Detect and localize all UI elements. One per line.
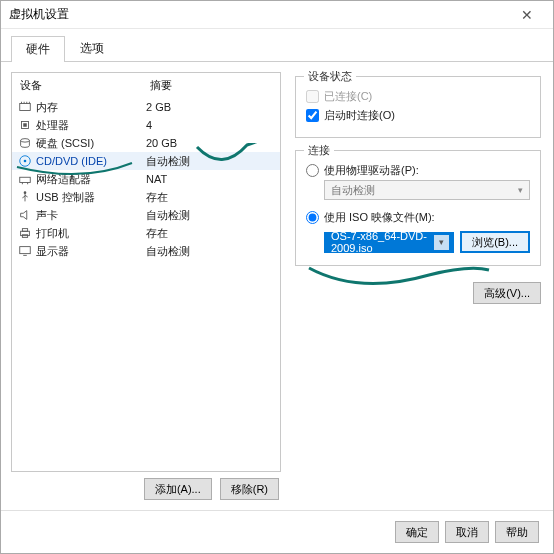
- connection-group: 连接 使用物理驱动器(P): 自动检测 ▾ 使用 ISO 映像文件(M):: [295, 150, 541, 266]
- hw-summary: 20 GB: [146, 137, 276, 149]
- browse-button[interactable]: 浏览(B)...: [460, 231, 530, 253]
- hw-usb[interactable]: USB 控制器 存在: [12, 188, 280, 206]
- chevron-down-icon[interactable]: ▾: [434, 235, 449, 250]
- close-button[interactable]: ✕: [509, 1, 545, 29]
- dialog-body: 设备 摘要 内存 2 GB 处理器 4 硬盘 (SCSI) 20 GB: [1, 62, 553, 510]
- svg-point-7: [21, 139, 30, 143]
- add-button[interactable]: 添加(A)...: [144, 478, 212, 500]
- svg-rect-10: [20, 177, 31, 182]
- hw-summary: NAT: [146, 173, 276, 185]
- group-title-connection: 连接: [304, 143, 334, 158]
- hw-memory[interactable]: 内存 2 GB: [12, 98, 280, 116]
- physical-drive-radio[interactable]: 使用物理驱动器(P):: [306, 161, 530, 180]
- svg-rect-6: [23, 123, 27, 127]
- memory-icon: [16, 100, 34, 114]
- disk-icon: [16, 136, 34, 150]
- hw-label: 声卡: [34, 208, 146, 223]
- hw-summary: 存在: [146, 190, 276, 205]
- hw-sound[interactable]: 声卡 自动检测: [12, 206, 280, 224]
- hw-label: USB 控制器: [34, 190, 146, 205]
- window-title: 虚拟机设置: [9, 6, 509, 23]
- iso-label: 使用 ISO 映像文件(M):: [324, 210, 435, 225]
- iso-file-select[interactable]: OS-7-x86_64-DVD-2009.iso ▾: [324, 232, 454, 253]
- physical-drive-value: 自动检测: [331, 183, 375, 198]
- connect-at-startup-checkbox[interactable]: 启动时连接(O): [306, 106, 530, 125]
- advanced-button[interactable]: 高级(V)...: [473, 282, 541, 304]
- hw-buttons: 添加(A)... 移除(R): [11, 472, 281, 500]
- connect-at-startup-input[interactable]: [306, 109, 319, 122]
- hw-summary: 存在: [146, 226, 276, 241]
- help-button[interactable]: 帮助: [495, 521, 539, 543]
- tab-options[interactable]: 选项: [65, 35, 119, 61]
- physical-drive-input[interactable]: [306, 164, 319, 177]
- hw-label: 内存: [34, 100, 146, 115]
- iso-file-value: OS-7-x86_64-DVD-2009.iso: [331, 230, 447, 254]
- svg-rect-18: [20, 247, 31, 254]
- remove-button[interactable]: 移除(R): [220, 478, 279, 500]
- hw-label: 硬盘 (SCSI): [34, 136, 146, 151]
- hw-label: 网络适配器: [34, 172, 146, 187]
- hw-label: 显示器: [34, 244, 146, 259]
- connected-input: [306, 90, 319, 103]
- iso-row: OS-7-x86_64-DVD-2009.iso ▾ 浏览(B)...: [324, 231, 530, 253]
- hw-label: 打印机: [34, 226, 146, 241]
- hw-display[interactable]: 显示器 自动检测: [12, 242, 280, 260]
- network-icon: [16, 172, 34, 186]
- physical-drive-select: 自动检测 ▾: [324, 180, 530, 200]
- hw-cddvd[interactable]: CD/DVD (IDE) 自动检测: [12, 152, 280, 170]
- svg-point-9: [24, 160, 27, 163]
- hw-network[interactable]: 网络适配器 NAT: [12, 170, 280, 188]
- ok-button[interactable]: 确定: [395, 521, 439, 543]
- titlebar: 虚拟机设置 ✕: [1, 1, 553, 29]
- hw-printer[interactable]: 打印机 存在: [12, 224, 280, 242]
- group-title-status: 设备状态: [304, 69, 356, 84]
- chevron-down-icon: ▾: [518, 185, 523, 195]
- physical-drive-select-wrap: 自动检测 ▾: [324, 180, 530, 200]
- details-column: 设备状态 已连接(C) 启动时连接(O) 连接 使用物理驱动器(P):: [289, 72, 543, 500]
- cd-icon: [16, 154, 34, 168]
- connected-checkbox: 已连接(C): [306, 87, 530, 106]
- vm-settings-window: 虚拟机设置 ✕ 硬件 选项 设备 摘要 内存 2 GB 处理器 4: [0, 0, 554, 554]
- hardware-column: 设备 摘要 内存 2 GB 处理器 4 硬盘 (SCSI) 20 GB: [11, 72, 281, 500]
- cpu-icon: [16, 118, 34, 132]
- hw-summary: 自动检测: [146, 208, 276, 223]
- svg-rect-16: [22, 229, 27, 232]
- hardware-panel: 设备 摘要 内存 2 GB 处理器 4 硬盘 (SCSI) 20 GB: [11, 72, 281, 472]
- hw-cpu[interactable]: 处理器 4: [12, 116, 280, 134]
- hw-summary: 自动检测: [146, 244, 276, 259]
- advanced-row: 高级(V)...: [295, 282, 541, 304]
- svg-rect-0: [20, 104, 31, 111]
- dialog-footer: 确定 取消 帮助: [1, 510, 553, 553]
- printer-icon: [16, 226, 34, 240]
- col-summary: 摘要: [150, 78, 272, 93]
- connected-label: 已连接(C): [324, 89, 372, 104]
- physical-drive-label: 使用物理驱动器(P):: [324, 163, 419, 178]
- col-device: 设备: [20, 78, 150, 93]
- usb-icon: [16, 190, 34, 204]
- tabs: 硬件 选项: [1, 29, 553, 62]
- connect-at-startup-label: 启动时连接(O): [324, 108, 395, 123]
- tab-hardware[interactable]: 硬件: [11, 36, 65, 62]
- display-icon: [16, 244, 34, 258]
- hw-label: CD/DVD (IDE): [34, 155, 146, 167]
- iso-radio[interactable]: 使用 ISO 映像文件(M):: [306, 208, 530, 227]
- cancel-button[interactable]: 取消: [445, 521, 489, 543]
- hw-summary: 自动检测: [146, 154, 276, 169]
- hw-summary: 2 GB: [146, 101, 276, 113]
- hardware-header: 设备 摘要: [12, 73, 280, 98]
- hw-summary: 4: [146, 119, 276, 131]
- hw-label: 处理器: [34, 118, 146, 133]
- iso-input[interactable]: [306, 211, 319, 224]
- hw-disk[interactable]: 硬盘 (SCSI) 20 GB: [12, 134, 280, 152]
- sound-icon: [16, 208, 34, 222]
- device-status-group: 设备状态 已连接(C) 启动时连接(O): [295, 76, 541, 138]
